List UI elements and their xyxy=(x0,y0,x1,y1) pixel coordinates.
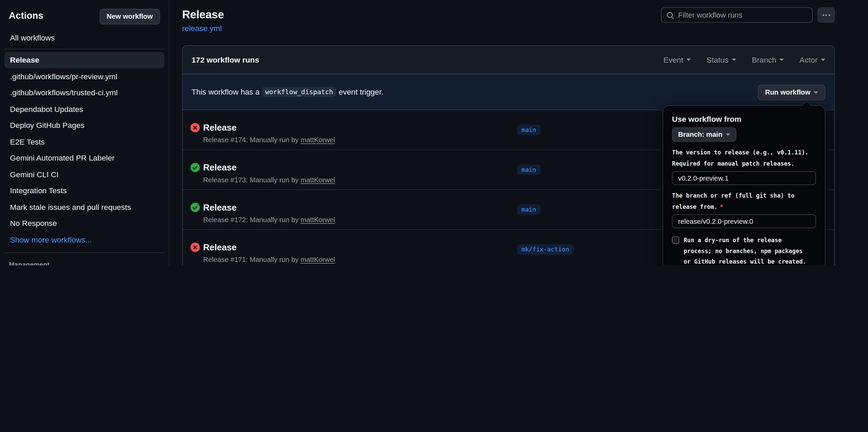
version-field-label: The version to release (e.g., v0.1.11). … xyxy=(672,147,816,169)
workflow-file-link[interactable]: release.yml xyxy=(182,24,222,33)
sidebar-workflow-item[interactable]: .github/workflows/trusted-ci.yml xyxy=(4,84,165,101)
kebab-horizontal-icon xyxy=(822,14,830,16)
failure-status-icon xyxy=(190,123,200,134)
sidebar-workflow-item[interactable]: Integration Tests xyxy=(4,182,165,199)
sidebar-divider xyxy=(4,48,165,49)
runs-filter-dropdown[interactable]: Event xyxy=(663,55,691,64)
required-asterisk: * xyxy=(720,203,723,210)
actor-link[interactable]: mattKorwel xyxy=(301,256,335,264)
success-status-icon xyxy=(190,203,200,214)
page-title: Release xyxy=(182,7,224,22)
run-title-link[interactable]: Release xyxy=(203,242,237,253)
runs-filter-dropdown[interactable]: Status xyxy=(707,55,736,64)
runs-filters: Event Status Branch Actor xyxy=(663,55,825,64)
actor-link[interactable]: mattKorwel xyxy=(301,136,335,144)
sidebar-workflow-item[interactable]: Mark stale issues and pull requests xyxy=(4,199,165,215)
runs-filter-dropdown[interactable]: Actor xyxy=(800,55,826,64)
success-status-icon xyxy=(190,163,200,175)
run-workflow-panel: Use workflow from Branch: main The versi… xyxy=(663,105,826,265)
panel-heading: Use workflow from xyxy=(672,115,816,124)
run-description: Release #173: Manually run by mattKorwel xyxy=(203,176,335,184)
sidebar-workflow-item[interactable]: Gemini CLI CI xyxy=(4,166,165,182)
runs-filter-dropdown[interactable]: Branch xyxy=(752,55,784,64)
run-title-link[interactable]: Release xyxy=(203,162,237,173)
banner-code: workflow_dispatch xyxy=(262,87,336,97)
sidebar-workflow-item[interactable]: Dependabot Updates xyxy=(4,101,165,117)
actions-page: Actions New workflow All workflows Relea… xyxy=(0,0,868,265)
banner-text: This workflow has a xyxy=(191,87,259,96)
workflow-list: Release .github/workflows/pr-review.yml … xyxy=(4,52,165,231)
filter-workflow-runs-input[interactable] xyxy=(662,8,812,22)
management-section-label: Management xyxy=(9,261,160,265)
runs-list-header: 172 workflow runs Event Status Branch Ac… xyxy=(183,46,834,73)
new-workflow-button[interactable]: New workflow xyxy=(100,9,160,24)
run-title-link[interactable]: Release xyxy=(203,202,237,213)
workflow-dispatch-banner: This workflow has a workflow_dispatch ev… xyxy=(183,74,834,110)
run-description: Release #172: Manually run by mattKorwel xyxy=(203,216,335,224)
failure-status-icon xyxy=(190,243,200,254)
sidebar: Actions New workflow All workflows Relea… xyxy=(0,0,169,265)
workflow-options-kebab-button[interactable] xyxy=(818,7,835,23)
chevron-down-icon xyxy=(821,59,826,61)
sidebar-workflow-item[interactable]: Release xyxy=(4,52,165,68)
filter-workflow-runs-box xyxy=(661,7,813,23)
checkbox[interactable] xyxy=(672,236,679,244)
branch-label[interactable]: main xyxy=(517,204,541,215)
sidebar-workflow-item[interactable]: E2E Tests xyxy=(4,133,165,150)
run-workflow-dropdown-button[interactable]: Run workflow xyxy=(758,85,826,100)
form-checkbox-row: Run a dry-run of the release process; no… xyxy=(672,235,816,265)
sidebar-divider xyxy=(4,252,165,253)
sidebar-item-all-workflows[interactable]: All workflows xyxy=(4,29,165,46)
branch-label[interactable]: main xyxy=(517,124,541,135)
runs-count: 172 workflow runs xyxy=(191,55,259,64)
chevron-down-icon xyxy=(814,92,818,94)
panel-checkboxes: Run a dry-run of the release process; no… xyxy=(672,235,816,265)
show-more-workflows-link[interactable]: Show more workflows... xyxy=(4,232,165,248)
search-icon xyxy=(666,11,675,20)
actor-link[interactable]: mattKorwel xyxy=(301,216,335,224)
run-description: Release #171: Manually run by mattKorwel xyxy=(203,256,335,264)
sidebar-workflow-item[interactable]: Gemini Automated PR Labeler xyxy=(4,150,165,166)
sidebar-workflow-item[interactable]: Deploy GitHub Pages xyxy=(4,117,165,133)
checkbox-label: Run a dry-run of the release process; no… xyxy=(684,235,806,265)
sidebar-workflow-item[interactable]: .github/workflows/pr-review.yml xyxy=(4,68,165,84)
chevron-down-icon xyxy=(780,59,784,61)
ref-input[interactable] xyxy=(672,214,816,228)
sidebar-workflow-item[interactable]: No Response xyxy=(4,215,165,232)
ref-field-label: The branch or ref (full git sha) to rele… xyxy=(672,190,816,212)
actor-link[interactable]: mattKorwel xyxy=(301,176,335,184)
run-title-link[interactable]: Release xyxy=(203,122,237,133)
chevron-down-icon xyxy=(686,59,691,61)
banner-text: event trigger. xyxy=(339,87,384,96)
branch-selector-button[interactable]: Branch: main xyxy=(672,127,736,142)
version-input[interactable] xyxy=(672,171,816,185)
branch-label[interactable]: mk/fix-action xyxy=(517,244,574,255)
chevron-down-icon xyxy=(732,59,736,61)
chevron-down-icon xyxy=(726,133,730,136)
run-description: Release #174: Manually run by mattKorwel xyxy=(203,136,335,144)
branch-label[interactable]: main xyxy=(517,165,541,175)
